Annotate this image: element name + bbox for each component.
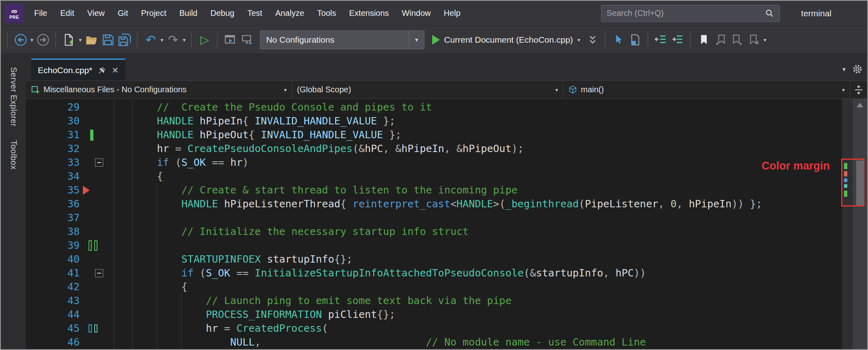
glyph-margin[interactable] <box>83 280 132 294</box>
code-text[interactable]: { <box>132 170 842 183</box>
line-number[interactable]: 38 <box>26 225 83 239</box>
glyph-mark-a-icon[interactable] <box>89 324 92 333</box>
glyph-margin[interactable] <box>83 197 132 211</box>
code-text[interactable]: PROCESS_INFORMATION piClient{}; <box>132 308 842 322</box>
attach-to-process-icon[interactable] <box>223 31 238 49</box>
undo-dropdown-icon[interactable]: ▾ <box>160 37 163 43</box>
menu-window[interactable]: Window <box>395 1 437 26</box>
line-number[interactable]: 45 <box>26 322 83 335</box>
glyph-margin[interactable] <box>83 322 132 335</box>
glyph-margin[interactable] <box>83 156 132 170</box>
configurations-caret-icon[interactable]: ▾ <box>409 31 424 49</box>
member-dropdown-caret-icon[interactable]: ▾ <box>842 87 845 93</box>
code-text[interactable]: STARTUPINFOEX startupInfo{}; <box>132 252 842 266</box>
menu-file[interactable]: File <box>28 1 54 26</box>
toolbar-grip[interactable] <box>55 33 57 47</box>
vertical-scrollbar[interactable] <box>852 99 867 349</box>
glyph-margin[interactable] <box>83 100 132 114</box>
glyph-margin[interactable] <box>83 266 132 280</box>
glyph-bracket-b-icon[interactable] <box>94 240 97 251</box>
line-number[interactable]: 34 <box>26 170 83 183</box>
open-file-button[interactable] <box>84 31 99 49</box>
line-number[interactable]: 32 <box>26 142 83 156</box>
settings-gear-icon[interactable] <box>853 64 862 74</box>
toolbar-grip[interactable] <box>137 33 139 47</box>
code-text[interactable]: // Create the Pseudo Console and pipes t… <box>132 100 842 114</box>
project-dropdown-caret-icon[interactable]: ▾ <box>284 87 287 93</box>
navigate-forward-button[interactable] <box>36 31 50 49</box>
glyph-margin[interactable] <box>83 183 132 197</box>
toolbar-grip[interactable] <box>217 33 219 47</box>
project-dropdown[interactable]: Miscellaneous Files - No Configurations … <box>26 81 292 98</box>
glyph-margin[interactable] <box>83 239 132 252</box>
code-text[interactable]: NULL, // No module name - use Command Li… <box>132 335 842 349</box>
tab-list-caret-icon[interactable]: ▾ <box>842 65 846 73</box>
glyph-margin[interactable] <box>83 142 132 156</box>
glyph-margin[interactable] <box>83 335 132 349</box>
pin-icon[interactable] <box>98 66 106 74</box>
menu-git[interactable]: Git <box>111 1 135 26</box>
line-number[interactable]: 41 <box>26 266 83 280</box>
glyph-margin[interactable] <box>83 294 132 308</box>
code-text[interactable]: hr = CreatePseudoConsoleAndPipes(&hPC, &… <box>132 142 842 156</box>
solution-configurations-select[interactable]: No Configurations ▾ <box>260 30 424 49</box>
menu-analyze[interactable]: Analyze <box>269 1 311 26</box>
code-line[interactable]: 39 <box>26 239 842 252</box>
code-line[interactable]: 31 HANDLE hPipeOut{ INVALID_HANDLE_VALUE… <box>26 128 842 142</box>
tab-echocon-cpp[interactable]: EchoCon.cpp* ✕ <box>31 59 125 80</box>
code-text[interactable]: // Launch ping to emit some text back vi… <box>132 294 842 308</box>
code-line[interactable]: 42 { <box>26 280 842 294</box>
menu-project[interactable]: Project <box>134 1 173 26</box>
next-bookmark-icon[interactable] <box>730 31 745 49</box>
member-dropdown[interactable]: main() ▾ <box>563 81 850 98</box>
code-line[interactable]: 34 { <box>26 170 842 183</box>
quick-search-box[interactable] <box>601 5 780 22</box>
code-text[interactable]: if (S_OK == hr) <box>132 156 842 170</box>
glyph-bracket-a-icon[interactable] <box>89 240 92 251</box>
menu-edit[interactable]: Edit <box>54 1 80 26</box>
toolbar-grip[interactable] <box>191 33 193 47</box>
menu-debug[interactable]: Debug <box>204 1 241 26</box>
code-text[interactable]: // Create & start thread to listen to th… <box>132 183 842 197</box>
glyph-mark-b-icon[interactable] <box>94 324 97 333</box>
run-target-dropdown-icon[interactable]: ▾ <box>578 37 580 43</box>
menu-test[interactable]: Test <box>241 1 269 26</box>
line-number[interactable]: 46 <box>26 335 83 349</box>
code-line[interactable]: 30 HANDLE hPipeIn{ INVALID_HANDLE_VALUE … <box>26 114 842 128</box>
menu-help[interactable]: Help <box>437 1 467 26</box>
line-number[interactable]: 35 <box>26 183 83 197</box>
code-line[interactable]: 46 NULL, // No module name - use Command… <box>26 335 842 349</box>
glyph-margin[interactable] <box>83 308 132 322</box>
code-text[interactable]: if (S_OK == InitializeStartupInfoAttache… <box>132 266 842 280</box>
search-input[interactable] <box>606 9 765 18</box>
redo-button[interactable]: ↷ <box>166 31 180 49</box>
line-number[interactable]: 33 <box>26 156 83 170</box>
code-line[interactable]: 44 PROCESS_INFORMATION piClient{}; <box>26 308 842 322</box>
code-line[interactable]: 37 <box>26 211 842 225</box>
line-number[interactable]: 39 <box>26 239 83 252</box>
save-button[interactable] <box>101 31 115 49</box>
scope-dropdown[interactable]: (Global Scope) ▾ <box>292 81 563 98</box>
code-line[interactable]: 38 // Initialize the necessary startup i… <box>26 225 842 239</box>
menu-view[interactable]: View <box>81 1 111 26</box>
menu-extensions[interactable]: Extensions <box>342 1 395 26</box>
cursor-arrow-icon[interactable] <box>611 31 626 49</box>
start-debugging-button[interactable]: Current Document (EchoCon.cpp) ▾ <box>432 35 581 45</box>
split-window-button[interactable] <box>850 81 867 98</box>
menu-tools[interactable]: Tools <box>311 1 343 26</box>
code-text[interactable]: // Initialize the necessary startup info… <box>132 225 842 239</box>
sidebar-tab-toolbox[interactable]: Toolbox <box>9 140 18 170</box>
line-number[interactable]: 40 <box>26 252 83 266</box>
line-number[interactable]: 31 <box>26 128 83 142</box>
code-line[interactable]: 43 // Launch ping to emit some text back… <box>26 294 842 308</box>
undo-button[interactable]: ↶ <box>143 31 158 49</box>
code-line[interactable]: 29 // Create the Pseudo Console and pipe… <box>26 100 842 114</box>
glyph-fold-box-icon[interactable] <box>95 159 103 167</box>
code-line[interactable]: 32 hr = CreatePseudoConsoleAndPipes(&hPC… <box>26 142 842 156</box>
toolbar-grip[interactable] <box>690 33 692 47</box>
code-text[interactable] <box>132 211 842 225</box>
navigate-back-button[interactable] <box>13 31 28 49</box>
outdent-icon[interactable] <box>654 31 669 49</box>
deploy-target-icon[interactable] <box>240 31 255 49</box>
line-number[interactable]: 36 <box>26 197 83 211</box>
